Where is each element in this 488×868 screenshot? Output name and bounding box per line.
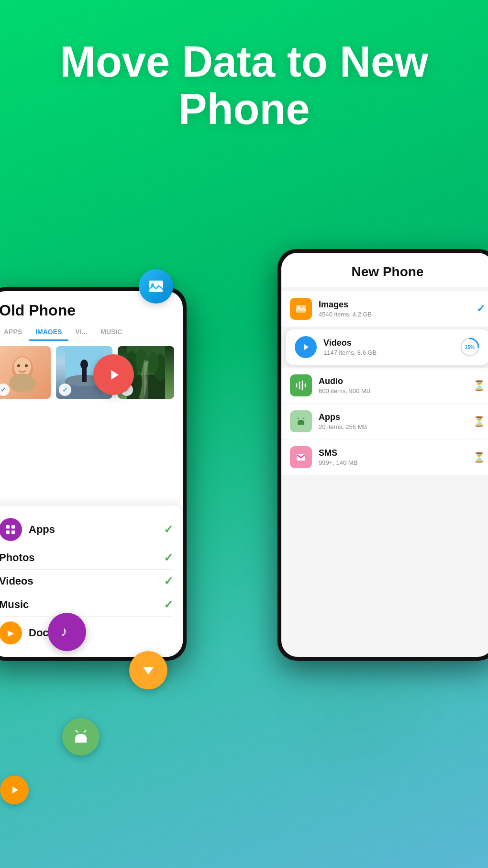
svg-rect-19 <box>11 530 15 534</box>
check-silhouette <box>59 383 71 396</box>
videos-progress-label: 25% <box>465 345 475 350</box>
videos-progress: 25% <box>459 337 480 358</box>
svg-point-9 <box>80 360 88 369</box>
new-list-item-videos: Videos 1147 items, 8.6 GB 25% <box>286 329 488 365</box>
list-item-videos: Videos ✓ <box>0 570 173 593</box>
sms-name: SMS <box>319 448 473 458</box>
photos-check: ✓ <box>164 551 173 564</box>
svg-point-2 <box>17 364 20 367</box>
float-music-icon: ♪ <box>48 613 86 651</box>
svg-rect-17 <box>11 525 15 529</box>
audio-sub: 600 items, 900 MB <box>319 387 473 395</box>
list-item-photos: Photos ✓ <box>0 546 173 570</box>
new-phone-frame: New Phone Images 4540 items, 4 <box>277 249 488 661</box>
svg-line-29 <box>303 417 304 419</box>
svg-point-26 <box>299 420 300 422</box>
videos-name: Videos <box>323 338 459 348</box>
sms-sub: 999+, 140 MB <box>319 459 473 466</box>
phones-area: Old Phone APPS IMAGES VI... MUSIC <box>0 249 488 868</box>
svg-point-27 <box>302 420 303 422</box>
apps-new-name: Apps <box>319 412 473 422</box>
audio-name: Audio <box>319 376 473 386</box>
list-item-apps: Apps ✓ <box>0 513 173 546</box>
svg-rect-31 <box>149 281 163 292</box>
svg-line-38 <box>76 730 78 733</box>
tab-videos[interactable]: VI... <box>68 324 94 341</box>
videos-check: ✓ <box>164 575 173 588</box>
old-phone-screen: Old Phone APPS IMAGES VI... MUSIC <box>0 291 183 657</box>
svg-marker-23 <box>304 344 309 350</box>
apps-new-sub: 20 items, 256 MB <box>319 423 473 430</box>
tab-apps[interactable]: APPS <box>0 324 29 341</box>
videos-icon <box>295 336 317 358</box>
list-item-music: Music ✓ <box>0 593 173 617</box>
images-name: Images <box>319 300 477 310</box>
apps-android-icon <box>290 410 312 432</box>
new-list-item-sms: SMS 999+, 140 MB ⏳ <box>281 440 488 475</box>
svg-marker-35 <box>143 667 154 675</box>
old-phone-tabs: APPS IMAGES VI... MUSIC <box>0 324 183 341</box>
apps-check: ✓ <box>164 523 173 536</box>
images-status: ✓ <box>477 303 485 315</box>
music-check: ✓ <box>164 598 173 611</box>
images-info: Images 4540 items, 4.2 GB <box>319 300 477 318</box>
sms-info: SMS 999+, 140 MB <box>319 448 473 466</box>
svg-line-28 <box>298 417 299 419</box>
svg-point-3 <box>25 364 28 367</box>
tab-images[interactable]: IMAGES <box>29 324 68 341</box>
images-icon <box>290 298 312 320</box>
float-orange-play <box>0 776 29 804</box>
new-list-item-audio: Audio 600 items, 900 MB ⏳ <box>281 368 488 403</box>
float-image-icon <box>139 269 173 304</box>
sms-icon <box>290 446 312 468</box>
docs-icon: ▶ <box>0 621 22 644</box>
old-images-grid <box>0 341 183 399</box>
hero-section: Move Data to New Phone <box>0 38 488 133</box>
float-android-icon <box>62 718 100 755</box>
svg-line-39 <box>84 730 86 733</box>
audio-hourglass: ⏳ <box>473 380 485 391</box>
videos-sub: 1147 items, 8.6 GB <box>323 349 459 356</box>
old-apps-list: Apps ✓ Photos ✓ Videos ✓ Music ✓ ▶ Doc <box>0 506 183 657</box>
list-item-documents: ▶ Documents <box>0 617 173 649</box>
svg-point-4 <box>9 373 36 392</box>
images-sub: 4540 items, 4.2 GB <box>319 311 477 318</box>
svg-text:♪: ♪ <box>61 624 67 639</box>
apps-new-info: Apps 20 items, 256 MB <box>319 412 473 430</box>
apps-icon <box>0 518 22 541</box>
sms-hourglass: ⏳ <box>473 451 485 463</box>
hero-title: Move Data to New Phone <box>29 38 459 133</box>
svg-marker-40 <box>12 787 18 793</box>
audio-icon <box>290 374 312 396</box>
list-videos-label: Videos <box>0 575 33 587</box>
tab-music[interactable]: MUSIC <box>94 324 129 341</box>
svg-point-36 <box>78 735 80 737</box>
list-photos-label: Photos <box>0 552 35 564</box>
videos-info: Videos 1147 items, 8.6 GB <box>323 338 459 356</box>
svg-rect-18 <box>6 530 10 534</box>
svg-point-15 <box>147 352 159 373</box>
svg-point-37 <box>82 735 85 737</box>
new-phone-screen: New Phone Images 4540 items, 4 <box>281 253 488 657</box>
audio-info: Audio 600 items, 900 MB <box>319 376 473 395</box>
image-cell-face <box>0 346 51 399</box>
new-list-item-apps: Apps 20 items, 256 MB ⏳ <box>281 404 488 439</box>
list-music-label: Music <box>0 598 29 611</box>
new-phone-list: Images 4540 items, 4.2 GB ✓ Videos 1147 … <box>281 287 488 479</box>
list-apps-label: Apps <box>29 523 55 536</box>
old-phone-frame: Old Phone APPS IMAGES VI... MUSIC <box>0 287 187 661</box>
new-list-item-images: Images 4540 items, 4.2 GB ✓ <box>281 291 488 327</box>
new-phone-title: New Phone <box>281 253 488 287</box>
svg-marker-33 <box>111 370 119 380</box>
float-down-icon <box>129 651 167 689</box>
svg-rect-16 <box>6 525 10 529</box>
float-play-icon <box>93 354 134 395</box>
apps-hourglass: ⏳ <box>473 416 485 427</box>
